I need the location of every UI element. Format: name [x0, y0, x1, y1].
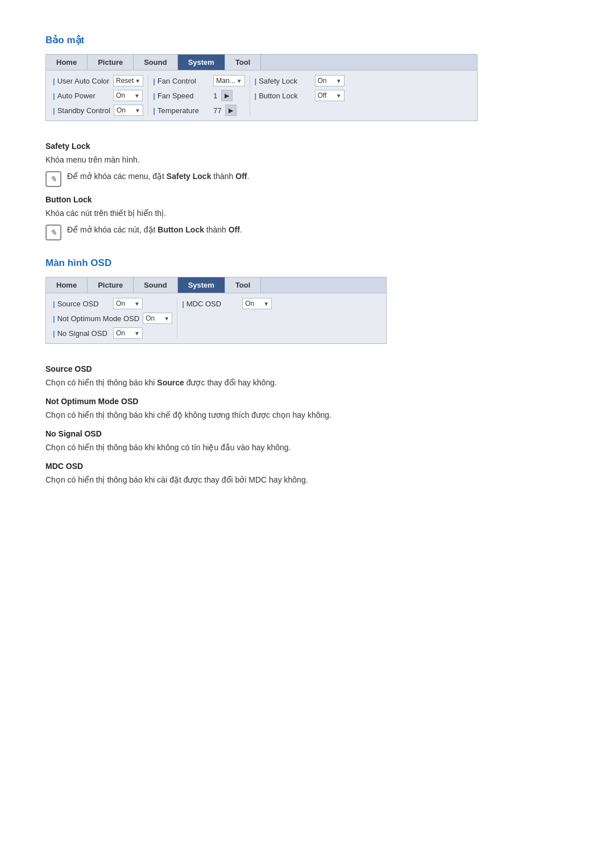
dropdown-no-signal-osd[interactable]: On ▼ [113, 327, 143, 339]
mdc-osd-title: MDC OSD [45, 462, 569, 471]
not-optimum-osd-title: Not Optimum Mode OSD [45, 397, 569, 406]
row-user-auto-color: | User Auto Color Reset ▼ [53, 75, 143, 86]
section-title-2: Màn hình OSD [45, 258, 569, 269]
row-fan-control: | Fan Control Man... ▼ [153, 75, 244, 86]
row-no-signal-osd: | No Signal OSD On ▼ [53, 327, 172, 339]
nav-arrow-temperature[interactable]: ▶ [225, 105, 237, 116]
pipe-icon-7: | [255, 77, 257, 85]
osd-col-right: | MDC OSD On ▼ [177, 298, 280, 339]
menu-col-3: | Safety Lock On ▼ | Button Lock Off [250, 75, 349, 116]
row-safety-lock: | Safety Lock On ▼ [255, 75, 345, 86]
security-menu-table: Home Picture Sound System Tool | User Au… [45, 54, 478, 121]
label-user-auto-color: | User Auto Color [53, 77, 110, 85]
pipe-icon-4: | [153, 77, 155, 85]
dropdown-arrow-icon-11: ▼ [134, 330, 140, 337]
label-not-optimum-osd: | Not Optimum Mode OSD [53, 314, 139, 323]
dropdown-arrow-icon-7: ▼ [336, 78, 342, 84]
button-lock-title: Button Lock [45, 195, 569, 204]
label-auto-power: | Auto Power [53, 92, 110, 100]
tab-system-1[interactable]: System [178, 55, 225, 70]
dropdown-arrow-icon-3: ▼ [135, 107, 140, 114]
label-fan-control: | Fan Control [153, 77, 210, 85]
nav-arrow-fan-speed[interactable]: ▶ [221, 90, 233, 101]
button-lock-desc: Khóa các nút trên thiết bị hiển thị. [45, 207, 569, 219]
safety-lock-note-text: Để mở khóa các menu, đặt Safety Lock thà… [67, 171, 249, 182]
row-not-optimum-osd: | Not Optimum Mode OSD On ▼ [53, 313, 172, 324]
section-title-1: Bảo mật [45, 34, 569, 46]
source-osd-title: Source OSD [45, 364, 569, 373]
safety-lock-desc: Khóa menu trên màn hình. [45, 154, 569, 166]
menu-col-1: | User Auto Color Reset ▼ | Auto Power O… [48, 75, 148, 116]
mdc-osd-text: Chọn có hiển thị thông báo khi cài đặt đ… [45, 474, 569, 486]
dropdown-arrow-icon-4: ▼ [237, 78, 242, 84]
pipe-icon-8: | [255, 92, 257, 100]
pipe-icon-5: | [153, 92, 155, 100]
row-temperature: | Temperature 77 ▶ [153, 105, 244, 116]
safety-lock-note: ✎ Để mở khóa các menu, đặt Safety Lock t… [45, 171, 569, 187]
section-bao-mat: Bảo mật Home Picture Sound System Tool |… [45, 34, 569, 240]
label-source-osd: | Source OSD [53, 300, 110, 308]
dropdown-arrow-icon: ▼ [135, 78, 140, 84]
tab-tool-2[interactable]: Tool [225, 277, 261, 293]
source-osd-text: Chọn có hiển thị thông báo khi Source đư… [45, 377, 569, 389]
pipe-icon-11: | [53, 329, 55, 338]
pipe-icon-2: | [53, 92, 55, 100]
row-auto-power: | Auto Power On ▼ [53, 90, 143, 101]
row-button-lock: | Button Lock Off ▼ [255, 90, 345, 101]
row-source-osd: | Source OSD On ▼ [53, 298, 172, 309]
dropdown-arrow-icon-2: ▼ [134, 93, 140, 99]
dropdown-fan-control[interactable]: Man... ▼ [213, 75, 244, 86]
label-standby-control: | Standby Control [53, 106, 110, 115]
dropdown-reset[interactable]: Reset ▼ [113, 75, 143, 86]
label-no-signal-osd: | No Signal OSD [53, 329, 110, 338]
dropdown-not-optimum-osd[interactable]: On ▼ [143, 313, 172, 324]
safety-lock-title: Safety Lock [45, 142, 569, 151]
menu-body-1: | User Auto Color Reset ▼ | Auto Power O… [46, 70, 477, 121]
label-fan-speed: | Fan Speed [153, 92, 210, 100]
note-icon-1: ✎ [45, 171, 61, 187]
dropdown-arrow-icon-8: ▼ [336, 93, 342, 99]
tab-sound-2[interactable]: Sound [134, 277, 177, 293]
fan-speed-value: 1 [213, 92, 217, 100]
dropdown-standby[interactable]: On ▼ [114, 105, 143, 116]
osd-col-left: | Source OSD On ▼ | Not Optimum Mode OSD… [48, 298, 177, 339]
osd-body: | Source OSD On ▼ | Not Optimum Mode OSD… [46, 293, 386, 343]
dropdown-mdc-osd[interactable]: On ▼ [242, 298, 272, 309]
dropdown-safety-lock[interactable]: On ▼ [315, 75, 345, 86]
note-icon-2: ✎ [45, 225, 61, 240]
tab-picture-1[interactable]: Picture [88, 55, 134, 70]
pipe-icon-10: | [53, 314, 55, 323]
section-man-hinh-osd: Màn hình OSD Home Picture Sound System T… [45, 258, 569, 486]
button-lock-note: ✎ Để mở khóa các nút, đặt Button Lock th… [45, 224, 569, 240]
row-standby-control: | Standby Control On ▼ [53, 105, 143, 116]
tab-home-2[interactable]: Home [46, 277, 88, 293]
dropdown-arrow-icon-12: ▼ [263, 301, 269, 307]
nav-fan-speed: 1 ▶ [213, 90, 232, 101]
menu-tabs-1: Home Picture Sound System Tool [46, 55, 477, 70]
pipe-icon-9: | [53, 300, 55, 308]
tab-system-2[interactable]: System [178, 277, 225, 293]
tab-tool-1[interactable]: Tool [225, 55, 261, 70]
tab-sound-1[interactable]: Sound [134, 55, 177, 70]
row-fan-speed: | Fan Speed 1 ▶ [153, 90, 244, 101]
temperature-value: 77 [213, 106, 221, 115]
osd-menu-table: Home Picture Sound System Tool | Source … [45, 277, 387, 344]
nav-temperature: 77 ▶ [213, 105, 236, 116]
dropdown-auto-power[interactable]: On ▼ [113, 90, 143, 101]
button-lock-note-text: Để mở khóa các nút, đặt Button Lock thàn… [67, 224, 242, 236]
not-optimum-osd-text: Chọn có hiển thị thông báo khi chế độ kh… [45, 409, 569, 421]
dropdown-arrow-icon-10: ▼ [164, 315, 169, 322]
tab-home-1[interactable]: Home [46, 55, 88, 70]
pipe-icon: | [53, 77, 55, 85]
menu-col-2: | Fan Control Man... ▼ | Fan Speed 1 [148, 75, 250, 116]
dropdown-arrow-icon-9: ▼ [134, 301, 140, 307]
dropdown-button-lock[interactable]: Off ▼ [315, 90, 345, 101]
tab-picture-2[interactable]: Picture [88, 277, 134, 293]
row-mdc-osd: | MDC OSD On ▼ [182, 298, 275, 309]
label-mdc-osd: | MDC OSD [182, 300, 239, 308]
no-signal-osd-text: Chọn có hiển thị thông báo khi không có … [45, 442, 569, 454]
menu-tabs-2: Home Picture Sound System Tool [46, 277, 386, 293]
label-button-lock: | Button Lock [255, 92, 312, 100]
pipe-icon-6: | [153, 106, 155, 115]
dropdown-source-osd[interactable]: On ▼ [113, 298, 143, 309]
